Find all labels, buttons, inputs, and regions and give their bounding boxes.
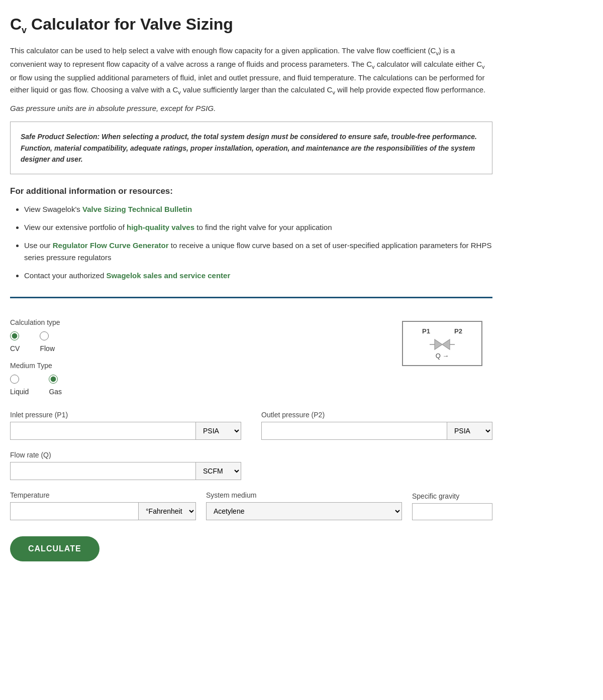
- inlet-pressure-unit-select[interactable]: PSIA PSIG Bar kPa MPa: [196, 422, 241, 440]
- gas-option: Gas: [49, 375, 62, 396]
- resources-list: View Swagelok's Valve Sizing Technical B…: [10, 203, 492, 282]
- svg-marker-3: [442, 339, 450, 349]
- temperature-input[interactable]: [10, 502, 139, 520]
- calculator-section: Calculation type CV Flow Medium Type Liq: [10, 313, 492, 561]
- medium-type-panel: Medium Type Liquid Gas: [10, 362, 392, 396]
- temperature-label: Temperature: [10, 491, 196, 499]
- inlet-pressure-input-group: PSIA PSIG Bar kPa MPa: [10, 422, 241, 440]
- valve-diagram-container: P1 P2 Q →: [402, 318, 492, 366]
- cv-option: CV: [10, 331, 20, 353]
- liquid-radio[interactable]: [10, 375, 19, 384]
- temperature-input-group: °Fahrenheit °Celsius Kelvin Rankine: [10, 502, 196, 520]
- intro-paragraph: This calculator can be used to help sele…: [10, 45, 492, 97]
- specific-gravity-label: Specific gravity: [412, 492, 492, 500]
- system-medium-select[interactable]: Acetylene Air Argon Carbon Dioxide Heliu…: [206, 502, 402, 520]
- swagelok-sales-link[interactable]: Swagelok sales and service center: [106, 271, 230, 280]
- pressure-row: Inlet pressure (P1) PSIA PSIG Bar kPa MP…: [10, 411, 492, 440]
- flow-rate-input-group: SCFM SLPM NM3/hr CFH: [10, 462, 241, 480]
- cv-radio[interactable]: [10, 331, 19, 340]
- safety-notice: Safe Product Selection: When selecting a…: [10, 122, 492, 174]
- temperature-unit-select[interactable]: °Fahrenheit °Celsius Kelvin Rankine: [139, 502, 196, 520]
- calculation-type-radio-group: CV Flow: [10, 331, 392, 353]
- temp-medium-gravity-row: Temperature °Fahrenheit °Celsius Kelvin …: [10, 491, 492, 520]
- outlet-pressure-group: Outlet pressure (P2) PSIA PSIG Bar kPa M…: [261, 411, 492, 440]
- calculate-button[interactable]: CALCULATE: [10, 536, 99, 561]
- liquid-option: Liquid: [10, 375, 29, 396]
- temperature-group: Temperature °Fahrenheit °Celsius Kelvin …: [10, 491, 196, 520]
- outlet-pressure-label: Outlet pressure (P2): [261, 411, 492, 419]
- valve-p1-label: P1: [422, 327, 430, 335]
- flow-rate-label: Flow rate (Q): [10, 451, 241, 459]
- flow-rate-group: Flow rate (Q) SCFM SLPM NM3/hr CFH: [10, 451, 241, 480]
- valve-q-label: Q →: [436, 352, 449, 360]
- valve-bowtie-icon: [430, 337, 455, 352]
- high-quality-valves-link[interactable]: high-quality valves: [127, 223, 194, 231]
- resource-item-1: View Swagelok's Valve Sizing Technical B…: [24, 203, 492, 215]
- svg-marker-2: [435, 339, 442, 349]
- valve-labels-row: P1 P2: [403, 327, 481, 335]
- resources-heading: For additional information or resources:: [10, 186, 492, 196]
- resource-item-4: Contact your authorized Swagelok sales a…: [24, 270, 492, 282]
- calculation-type-label: Calculation type: [10, 318, 392, 326]
- flow-option: Flow: [40, 331, 55, 353]
- cv-label: CV: [10, 344, 20, 353]
- flow-rate-row: Flow rate (Q) SCFM SLPM NM3/hr CFH: [10, 451, 492, 480]
- gas-radio[interactable]: [49, 375, 58, 384]
- page-title: Cv Calculator for Valve Sizing: [10, 15, 492, 36]
- outlet-pressure-input[interactable]: [261, 422, 447, 440]
- inlet-pressure-group: Inlet pressure (P1) PSIA PSIG Bar kPa MP…: [10, 411, 241, 440]
- flow-radio[interactable]: [40, 331, 49, 340]
- medium-type-radio-group: Liquid Gas: [10, 375, 392, 396]
- flow-label: Flow: [40, 344, 55, 353]
- inlet-pressure-label: Inlet pressure (P1): [10, 411, 241, 419]
- resource-item-3: Use our Regulator Flow Curve Generator t…: [24, 240, 492, 264]
- inlet-pressure-input[interactable]: [10, 422, 196, 440]
- gas-label: Gas: [49, 388, 62, 396]
- flow-rate-unit-select[interactable]: SCFM SLPM NM3/hr CFH: [196, 462, 241, 480]
- specific-gravity-input[interactable]: 0.907: [412, 503, 492, 520]
- flow-rate-input[interactable]: [10, 462, 196, 480]
- section-divider: [10, 297, 492, 298]
- medium-type-label: Medium Type: [10, 362, 392, 370]
- outlet-pressure-input-group: PSIA PSIG Bar kPa MPa: [261, 422, 492, 440]
- valve-sizing-bulletin-link[interactable]: Valve Sizing Technical Bulletin: [82, 205, 192, 213]
- valve-p2-label: P2: [454, 327, 462, 335]
- calculation-type-panel: Calculation type CV Flow Medium Type Liq: [10, 318, 392, 399]
- valve-diagram: P1 P2 Q →: [402, 321, 482, 366]
- outlet-pressure-unit-select[interactable]: PSIA PSIG Bar kPa MPa: [447, 422, 492, 440]
- specific-gravity-group: Specific gravity 0.907: [412, 492, 492, 520]
- system-medium-group: System medium Acetylene Air Argon Carbon…: [206, 491, 402, 520]
- system-medium-label: System medium: [206, 491, 402, 499]
- liquid-label: Liquid: [10, 388, 29, 396]
- resource-item-2: View our extensive portfolio of high-qua…: [24, 221, 492, 234]
- pressure-note: Gas pressure units are in absolute press…: [10, 104, 492, 112]
- system-medium-input-group: Acetylene Air Argon Carbon Dioxide Heliu…: [206, 502, 402, 520]
- regulator-flow-curve-link[interactable]: Regulator Flow Curve Generator: [53, 241, 169, 250]
